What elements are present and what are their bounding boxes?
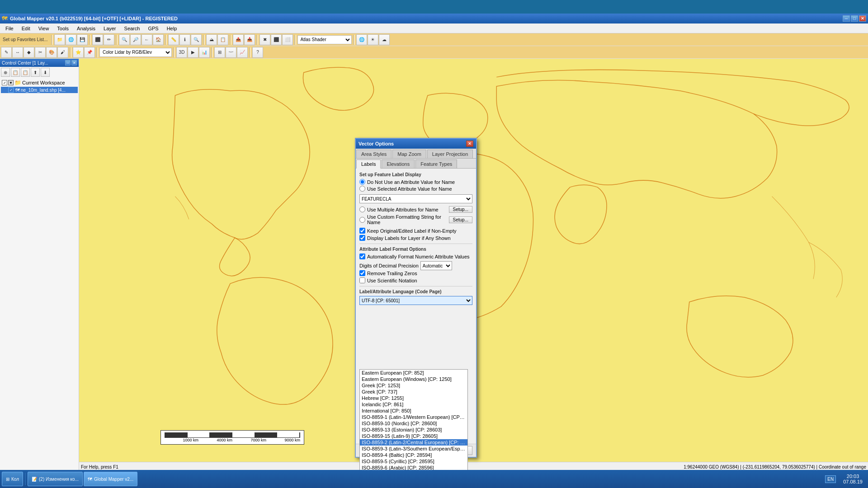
- close-button[interactable]: ✕: [859, 15, 866, 22]
- chk-display-labels-input[interactable]: [359, 235, 365, 241]
- tb-info[interactable]: ℹ: [179, 34, 190, 45]
- radio-multiple-input[interactable]: [359, 206, 365, 212]
- workspace-expand[interactable]: ▼: [8, 80, 14, 85]
- lang-option-10[interactable]: ISO-8859-15 (Latin-9) [CP: 28605]: [360, 433, 467, 439]
- panel-tb-4[interactable]: ⬆: [31, 68, 40, 77]
- lang-option-6[interactable]: International [CP: 850]: [360, 408, 467, 414]
- shader-dropdown[interactable]: Atlas Shader: [297, 35, 352, 44]
- tb-feature[interactable]: ✖: [259, 34, 270, 45]
- tb-edit2[interactable]: ✂: [35, 47, 46, 58]
- panel-tb-1[interactable]: ⊕: [1, 68, 10, 77]
- menu-file[interactable]: File: [2, 25, 17, 32]
- tb-open[interactable]: 📁: [54, 34, 65, 45]
- tab-feature-types[interactable]: Feature Types: [415, 160, 457, 168]
- panel-tb-2[interactable]: 📋: [11, 68, 20, 77]
- chk-scientific-input[interactable]: [359, 277, 365, 283]
- lang-option-0[interactable]: Eastern European [CP: 852]: [360, 370, 467, 376]
- lang-dropdown[interactable]: UTF-8 [CP: 65001]: [359, 296, 472, 305]
- workspace-item[interactable]: ✓ ▼ 📁 Current Workspace: [1, 79, 78, 87]
- tab-layer-projection[interactable]: Layer Projection: [427, 150, 473, 158]
- tb-color[interactable]: 🎨: [46, 47, 57, 58]
- minimize-button[interactable]: ─: [843, 15, 850, 22]
- tb-brush[interactable]: 🖌: [57, 47, 68, 58]
- chk-auto-format-input[interactable]: [359, 253, 365, 259]
- layer-checkbox[interactable]: ✓: [8, 87, 14, 93]
- menu-help[interactable]: Help: [163, 25, 181, 32]
- tb-star[interactable]: ⭐: [73, 47, 84, 58]
- menu-search[interactable]: Search: [121, 25, 144, 32]
- lang-option-9[interactable]: ISO-8859-13 (Estonian) [CP: 28603]: [360, 427, 467, 433]
- lang-option-14[interactable]: ISO-8859-5 (Cyrillic) [CP: 28595]: [360, 458, 467, 465]
- lang-option-7[interactable]: ISO-8859-1 (Latin-1/Western European) [C…: [360, 414, 467, 420]
- tb-select[interactable]: ⬛: [92, 34, 103, 45]
- tb-render[interactable]: ▶: [188, 47, 198, 58]
- radio-custom-input[interactable]: [359, 217, 365, 223]
- tb-move[interactable]: ↔: [12, 47, 23, 58]
- lang-option-11[interactable]: ISO-8859-2 (Latin-2/Central European) [C…: [360, 439, 467, 446]
- tab-area-styles[interactable]: Area Styles: [356, 150, 392, 158]
- tb-poly[interactable]: ⬜: [282, 34, 293, 45]
- tb-cloud[interactable]: ☁: [379, 34, 390, 45]
- lang-option-8[interactable]: ISO-8859-10 (Nordic) [CP: 28600]: [360, 420, 467, 427]
- tb-globe[interactable]: 🌐: [66, 34, 76, 45]
- tb-profile[interactable]: 📈: [237, 47, 248, 58]
- tb-question[interactable]: ?: [252, 47, 263, 58]
- tab-labels[interactable]: Labels: [356, 160, 381, 169]
- tb-measure[interactable]: 📏: [168, 34, 179, 45]
- lang-option-1[interactable]: Eastern European (Windows) [CP: 1250]: [360, 376, 467, 382]
- tb-line[interactable]: ⬛: [271, 34, 282, 45]
- tab-elevations[interactable]: Elevations: [382, 160, 415, 168]
- menu-gps[interactable]: GPS: [144, 25, 162, 32]
- tb-zoom-out[interactable]: 🔎: [130, 34, 141, 45]
- task-btn-2[interactable]: 🗺 Global Mapper v2...: [84, 472, 137, 486]
- lang-option-13[interactable]: ISO-8859-4 (Baltic) [CP: 28594]: [360, 452, 467, 458]
- tb-zoom-in[interactable]: 🔍: [119, 34, 130, 45]
- panel-tb-5[interactable]: ⬇: [41, 68, 50, 77]
- tb-save[interactable]: 💾: [77, 34, 88, 45]
- tb-export[interactable]: 📤: [233, 34, 244, 45]
- tb-globe2[interactable]: 🌐: [356, 34, 367, 45]
- task-btn-1[interactable]: 📝 (2) Изменения ко...: [28, 472, 83, 486]
- tb-analyze[interactable]: 📊: [199, 47, 210, 58]
- radio-no-attr-input[interactable]: [359, 179, 365, 185]
- tb-mountain[interactable]: ⛰: [206, 34, 217, 45]
- setup-multiple-button[interactable]: Setup...: [449, 206, 472, 213]
- dialog-close-button[interactable]: ✕: [466, 141, 473, 147]
- menu-edit[interactable]: Edit: [18, 25, 34, 32]
- tb-arrow-left[interactable]: ←: [142, 34, 152, 45]
- menu-tools[interactable]: Tools: [53, 25, 72, 32]
- tb-home[interactable]: 🏠: [153, 34, 164, 45]
- radio-use-attr-input[interactable]: [359, 186, 365, 192]
- color-lidar-dropdown[interactable]: Color Lidar by RGB/Elev: [99, 48, 172, 57]
- precision-dropdown[interactable]: Automatic 0123: [420, 261, 452, 270]
- menu-view[interactable]: View: [35, 25, 53, 32]
- chk-keep-label-input[interactable]: [359, 228, 365, 234]
- lang-option-5[interactable]: Icelandic [CP: 861]: [360, 401, 467, 408]
- tab-map-zoom[interactable]: Map Zoom: [392, 150, 426, 158]
- menu-analysis[interactable]: Analysis: [73, 25, 99, 32]
- lang-option-3[interactable]: Greek [CP: 737]: [360, 389, 467, 395]
- panel-close[interactable]: ✕: [71, 60, 77, 66]
- attr-value-dropdown[interactable]: FEATURECLA: [359, 194, 472, 203]
- setup-custom-button[interactable]: Setup...: [449, 216, 472, 223]
- tb-pin[interactable]: 📌: [84, 47, 95, 58]
- workspace-checkbox[interactable]: ✓: [2, 80, 7, 85]
- layer-item[interactable]: ✓ 🗺 ne_10m_land.shp [4...: [1, 87, 78, 93]
- tb-contour[interactable]: 〰: [226, 47, 236, 58]
- tb-node[interactable]: ◆: [24, 47, 34, 58]
- chk-remove-zeros-input[interactable]: [359, 270, 365, 276]
- tb-pencil[interactable]: ✏: [104, 34, 114, 45]
- lang-dropdown-list[interactable]: Eastern European [CP: 852] Eastern Europ…: [359, 369, 468, 472]
- menu-layer[interactable]: Layer: [100, 25, 120, 32]
- tb-import[interactable]: 📥: [244, 34, 255, 45]
- start-button[interactable]: ⊞ Кол: [2, 472, 23, 486]
- lang-option-2[interactable]: Greek [CP: 1253]: [360, 382, 467, 389]
- tb-grid[interactable]: ⊞: [214, 47, 225, 58]
- tb-draw[interactable]: ✎: [1, 47, 12, 58]
- tb-search2[interactable]: 🔍: [191, 34, 202, 45]
- tb-layer2[interactable]: 📋: [217, 34, 228, 45]
- tb-sun[interactable]: ☀: [368, 34, 378, 45]
- lang-option-4[interactable]: Hebrew [CP: 1255]: [360, 395, 467, 401]
- panel-pin[interactable]: ─: [65, 60, 71, 66]
- maximize-button[interactable]: □: [851, 15, 858, 22]
